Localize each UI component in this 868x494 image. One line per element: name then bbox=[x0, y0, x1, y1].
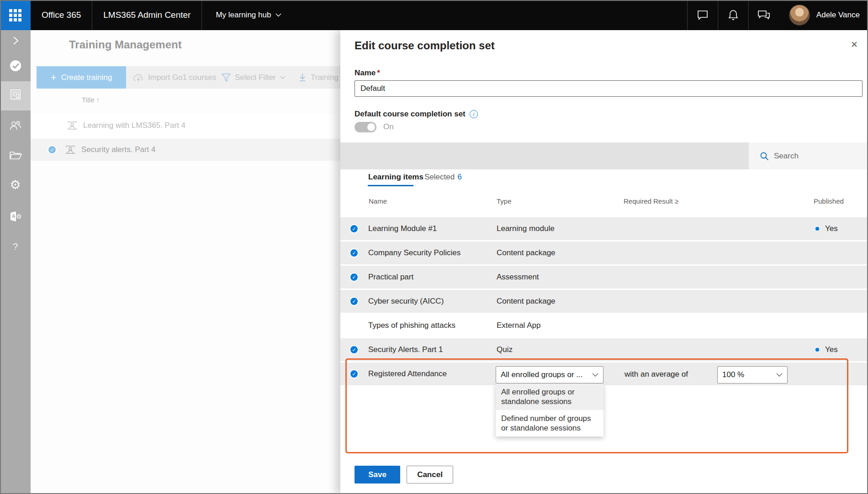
table-row-selected[interactable]: ✓ Security alerts. Part 4 bbox=[31, 139, 340, 161]
help-icon: ? bbox=[13, 241, 18, 252]
learning-item-row-attendance[interactable]: ✓ Registered Attendance bbox=[340, 363, 867, 385]
cancel-button[interactable]: Cancel bbox=[407, 466, 453, 483]
nav-item-settings[interactable]: ⚙ bbox=[0, 179, 31, 191]
learning-item-row[interactable]: ✓ Company Security Policies Content pack… bbox=[340, 242, 867, 264]
office-365-link[interactable]: Office 365 bbox=[31, 10, 92, 20]
waffle-icon bbox=[9, 9, 21, 21]
close-icon[interactable]: ✕ bbox=[851, 39, 858, 50]
panel-title: Edit course completion set bbox=[355, 39, 495, 52]
create-training-label: Create training bbox=[61, 73, 112, 82]
chat-button[interactable] bbox=[688, 0, 718, 30]
item-type: Quiz bbox=[497, 345, 513, 354]
average-of-label: with an average of bbox=[625, 370, 688, 379]
learning-item-row[interactable]: ✓ Cyber security (AICC) Content package bbox=[340, 290, 867, 313]
learning-item-row[interactable]: Types of phishing attacks External App bbox=[340, 314, 867, 337]
item-name: Registered Attendance bbox=[368, 369, 447, 378]
import-go1-button[interactable]: Import Go1 courses bbox=[133, 66, 216, 89]
dropdown-option-all-enrolled[interactable]: All enrolled groups or standalone sessio… bbox=[496, 384, 603, 410]
left-nav: ⚙ A⚙ ? bbox=[0, 30, 31, 494]
item-name: Cyber security (AICC) bbox=[368, 297, 444, 306]
item-type: Content package bbox=[497, 248, 556, 258]
item-name: Security Alerts. Part 1 bbox=[368, 345, 443, 354]
nav-item-training-management[interactable] bbox=[0, 89, 31, 100]
chevron-right-icon bbox=[11, 36, 20, 46]
active-tab-underline bbox=[368, 185, 413, 186]
search-icon bbox=[760, 152, 769, 161]
feedback-icon bbox=[757, 9, 770, 21]
edit-course-completion-set-panel: ✕ Edit course completion set Name* Defau… bbox=[340, 30, 867, 494]
selected-check-icon: ✓ bbox=[48, 145, 57, 154]
people-icon bbox=[9, 120, 22, 131]
chevron-down-icon bbox=[275, 13, 281, 17]
course-icon bbox=[67, 121, 78, 131]
admin-center-link[interactable]: LMS365 Admin Center bbox=[92, 10, 201, 20]
search-input[interactable] bbox=[774, 152, 856, 161]
published-dot-icon bbox=[815, 227, 819, 231]
column-header-published: Published bbox=[814, 197, 844, 205]
nav-item-help[interactable]: ? bbox=[0, 241, 31, 252]
search-box[interactable] bbox=[749, 142, 867, 169]
name-input[interactable] bbox=[355, 80, 863, 97]
selected-check-icon[interactable]: ✓ bbox=[349, 224, 359, 233]
plus-icon: + bbox=[51, 73, 57, 83]
training-export-button[interactable]: Training bbox=[298, 66, 339, 89]
learning-item-row[interactable]: ✓ Security Alerts. Part 1 Quiz Yes bbox=[340, 338, 867, 361]
attendance-mode-dropdown: All enrolled groups or standalone sessio… bbox=[496, 384, 603, 436]
title-column-header[interactable]: Title ↑ bbox=[82, 96, 100, 104]
chat-icon bbox=[697, 9, 709, 21]
item-type: Assessment bbox=[497, 273, 539, 282]
dropdown-option-defined-number[interactable]: Defined number of groups or standalone s… bbox=[496, 410, 603, 436]
selected-count: 6 bbox=[457, 173, 461, 181]
nav-item-lms365[interactable] bbox=[0, 59, 31, 72]
course-icon bbox=[65, 145, 76, 155]
selected-check-icon[interactable]: ✓ bbox=[349, 369, 359, 378]
select-filter-button[interactable]: Select Filter bbox=[222, 66, 286, 89]
create-training-button[interactable]: + Create training bbox=[37, 66, 126, 89]
nav-expand-button[interactable] bbox=[0, 36, 31, 46]
item-name: Company Security Policies bbox=[368, 248, 460, 258]
training-list-icon bbox=[10, 89, 21, 100]
default-set-label: Default course completion set i bbox=[355, 110, 478, 119]
learning-hub-menu[interactable]: My learning hub bbox=[202, 11, 288, 20]
selected-check-icon[interactable]: ✓ bbox=[349, 345, 359, 354]
svg-text:A: A bbox=[12, 214, 15, 219]
notifications-button[interactable] bbox=[718, 0, 748, 30]
svg-text:⚙: ⚙ bbox=[16, 213, 22, 220]
folder-icon bbox=[9, 150, 22, 161]
selected-check-icon[interactable]: ✓ bbox=[349, 248, 359, 258]
required-asterisk: * bbox=[377, 68, 380, 77]
nav-item-users[interactable] bbox=[0, 120, 31, 131]
item-type: Content package bbox=[497, 297, 556, 306]
tab-learning-items[interactable]: Learning items bbox=[368, 173, 423, 182]
item-name: Learning Module #1 bbox=[368, 224, 437, 233]
tab-selected[interactable]: Selected6 bbox=[424, 173, 462, 182]
save-button[interactable]: Save bbox=[355, 466, 400, 483]
feedback-button[interactable] bbox=[749, 0, 779, 30]
selected-check-icon[interactable]: ✓ bbox=[349, 273, 359, 282]
table-row[interactable]: Learning with LMS365. Part 4 bbox=[31, 114, 340, 137]
item-type: External App bbox=[497, 321, 540, 330]
average-percent-select[interactable]: 100 % bbox=[717, 366, 788, 384]
nav-item-course-catalog[interactable] bbox=[0, 150, 31, 161]
info-icon[interactable]: i bbox=[470, 110, 478, 118]
course-title: Learning with LMS365. Part 4 bbox=[83, 121, 185, 130]
user-avatar[interactable] bbox=[789, 5, 810, 26]
learning-hub-label: My learning hub bbox=[216, 11, 271, 20]
item-name: Types of phishing attacks bbox=[368, 321, 455, 330]
bell-icon bbox=[728, 9, 739, 21]
import-go1-label: Import Go1 courses bbox=[148, 73, 216, 82]
item-type: Learning module bbox=[497, 224, 555, 233]
chevron-down-icon bbox=[280, 76, 286, 79]
nav-item-admin-app[interactable]: A⚙ bbox=[0, 210, 31, 223]
lms365-logo-icon bbox=[9, 59, 22, 72]
default-set-toggle[interactable] bbox=[355, 122, 376, 132]
selected-check-icon[interactable]: ✓ bbox=[349, 297, 359, 306]
learning-item-row[interactable]: ✓ Practical part Assessment bbox=[340, 266, 867, 289]
average-percent-value: 100 % bbox=[722, 370, 744, 379]
app-launcher-button[interactable] bbox=[0, 0, 31, 30]
learning-item-row[interactable]: ✓ Learning Module #1 Learning module Yes bbox=[340, 217, 867, 240]
download-arrow-icon bbox=[298, 73, 307, 82]
filter-icon bbox=[222, 74, 231, 82]
attendance-mode-select[interactable]: All enrolled groups or ... bbox=[496, 366, 603, 384]
top-bar: Office 365 LMS365 Admin Center My learni… bbox=[0, 0, 868, 30]
